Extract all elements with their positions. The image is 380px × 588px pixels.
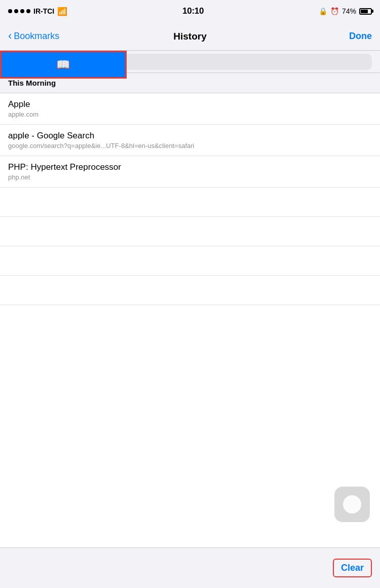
empty-row-4 (0, 276, 380, 305)
alarm-icon: ⏰ (330, 7, 339, 15)
history-item-url: php.net (8, 173, 372, 181)
nav-bar: ‹ Bookmarks History Done (0, 22, 380, 51)
dot-1 (8, 9, 12, 13)
bottom-bar: Clear (0, 547, 380, 588)
dot-2 (14, 9, 18, 13)
back-label: Bookmarks (14, 31, 59, 42)
empty-row-3 (0, 246, 380, 276)
history-item-title: PHP: Hypertext Preprocessor (8, 162, 372, 172)
tab-bookmarks[interactable]: 📖 (0, 51, 127, 79)
status-time: 10:10 (182, 6, 204, 16)
signal-dots (8, 9, 30, 13)
section-header-text: This Morning (8, 79, 56, 87)
empty-row-1 (0, 188, 380, 217)
carrier-name: IR-TCI (33, 7, 54, 15)
history-item-title: Apple (8, 99, 372, 109)
status-right: 🔒 ⏰ 74% (319, 7, 372, 15)
status-left: IR-TCI 📶 (8, 7, 67, 16)
dot-3 (20, 9, 24, 13)
dot-4 (26, 9, 30, 13)
back-button[interactable]: ‹ Bookmarks (8, 31, 69, 42)
battery-percent: 74% (342, 7, 356, 15)
empty-row-2 (0, 217, 380, 246)
lock-icon: 🔒 (319, 7, 327, 15)
history-item-apple[interactable]: Apple apple.com (0, 93, 380, 125)
main-content: 🔍 Search History This Morning Apple appl… (0, 51, 380, 547)
history-list: Apple apple.com apple - Google Search go… (0, 93, 380, 547)
wifi-icon: 📶 (57, 7, 67, 16)
battery-icon (359, 8, 372, 15)
history-item-url: apple.com (8, 111, 372, 118)
status-bar: IR-TCI 📶 10:10 🔒 ⏰ 74% (0, 0, 380, 22)
scroll-to-top-button[interactable] (334, 487, 370, 522)
history-item-url: google.com/search?q=apple&ie...UTF-8&hl=… (8, 142, 372, 150)
back-chevron-icon: ‹ (8, 30, 12, 42)
book-icon: 📖 (56, 58, 70, 71)
history-item-google-search[interactable]: apple - Google Search google.com/search?… (0, 125, 380, 156)
done-button[interactable]: Done (311, 31, 372, 42)
scroll-indicator-inner (343, 495, 361, 513)
history-item-title: apple - Google Search (8, 131, 372, 141)
clear-button-wrapper: Clear (333, 559, 372, 577)
page-title: History (173, 31, 206, 42)
clear-button[interactable]: Clear (341, 563, 364, 573)
history-item-php[interactable]: PHP: Hypertext Preprocessor php.net (0, 156, 380, 188)
